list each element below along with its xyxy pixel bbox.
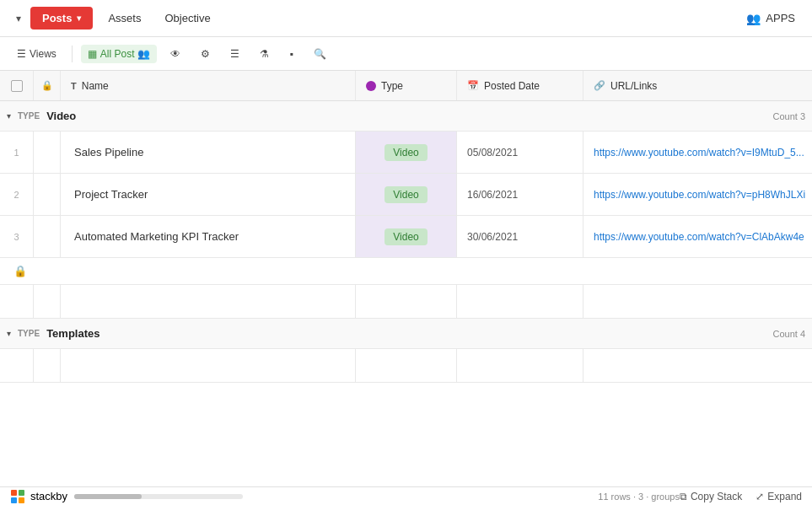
type-col-label: Type [381, 80, 403, 92]
link-icon: 🔗 [594, 80, 605, 91]
group-name-video: Video [46, 110, 76, 122]
apps-label: APPS [766, 12, 795, 24]
empty-t-check [0, 349, 34, 382]
header-type-col: Type [356, 71, 457, 100]
scrollbar-thumb [74, 494, 142, 499]
empty-col-url [583, 285, 812, 318]
row-num-2: 2 [0, 174, 34, 215]
all-post-label: All Post [100, 48, 135, 60]
gallery-button[interactable]: ▪ [282, 45, 299, 63]
group-header-video: ▾ TYPE Video Count 3 [0, 101, 812, 132]
tab-objective[interactable]: Objective [153, 7, 222, 30]
posts-chevron: ▾ [77, 13, 81, 23]
bottom-scrollbar[interactable] [67, 494, 598, 499]
row-name-text-3: Automated Marketing KPI Tracker [74, 230, 239, 243]
group-chevron-templates[interactable]: ▾ [7, 329, 11, 338]
empty-col-type [356, 285, 457, 318]
scrollbar-track [74, 494, 243, 499]
bottom-info: 11 rows · 3 · groups [598, 492, 680, 502]
table-header: 🔒 T Name Type 📅 Posted Date 🔗 URL/Links [0, 71, 812, 101]
top-nav: ▾ Posts ▾ Assets Objective 👥 APPS [0, 0, 812, 37]
table-row: 3 Automated Marketing KPI Tracker Video … [0, 216, 812, 258]
url-link-1[interactable]: https://www.youtube.com/watch?v=I9MtuD_5… [594, 147, 804, 158]
search-icon: 🔍 [314, 48, 326, 60]
text-type-icon: T [71, 81, 77, 91]
views-label: Views [30, 48, 56, 60]
row-num-3: 3 [0, 216, 34, 257]
group-count-templates: Count 4 [772, 329, 805, 339]
bottom-right: ⧉ Copy Stack ⤢ Expand [680, 491, 802, 502]
row-num-1: 1 [0, 132, 34, 173]
apps-button[interactable]: 👥 APPS [736, 7, 805, 30]
row-url-2: https://www.youtube.com/watch?v=pH8WhJLX… [583, 174, 812, 215]
table-body: ▾ TYPE Video Count 3 1 Sales Pipeline Vi… [0, 101, 812, 486]
empty-col-name [61, 285, 356, 318]
empty-t-type [356, 349, 457, 382]
views-button[interactable]: ☰ Views [10, 45, 63, 63]
row-name-text-2: Project Tracker [74, 188, 148, 201]
type-badge-1: Video [384, 144, 427, 161]
group-chevron-video[interactable]: ▾ [7, 111, 11, 121]
row-type-3: Video [356, 216, 457, 257]
expand-icon: ⤢ [756, 491, 764, 502]
copy-stack-label: Copy Stack [691, 491, 742, 502]
select-all-checkbox[interactable] [11, 80, 23, 92]
filter-button[interactable]: ⚗ [253, 45, 276, 63]
row-type-1: Video [356, 132, 457, 173]
row-posted-2: 16/06/2021 [457, 174, 583, 215]
tab-assets[interactable]: Assets [96, 7, 153, 30]
group-name-templates: Templates [46, 327, 99, 340]
row-posted-text-2: 16/06/2021 [467, 189, 518, 201]
row-name-3: Automated Marketing KPI Tracker [61, 216, 356, 257]
stackby-logo: stackby [10, 489, 67, 504]
row-name-1: Sales Pipeline [61, 132, 356, 173]
bottom-bar: stackby 11 rows · 3 · groups ⧉ Copy Stac… [0, 486, 812, 505]
row-name-text-1: Sales Pipeline [74, 146, 143, 158]
menu-icon: ☰ [17, 48, 26, 60]
header-lock-col: 🔒 [34, 71, 61, 100]
copy-stack-button[interactable]: ⧉ Copy Stack [680, 491, 742, 502]
table-container: 🔒 T Name Type 📅 Posted Date 🔗 URL/Links … [0, 71, 812, 486]
tab-posts[interactable]: Posts ▾ [30, 7, 93, 30]
row-posted-text-1: 05/08/2021 [467, 147, 518, 158]
empty-col-posted [457, 285, 583, 318]
type-badge-3: Video [384, 228, 427, 245]
filter-adjust-button[interactable]: ⚙ [194, 45, 217, 63]
row-url-3: https://www.youtube.com/watch?v=ClAbAkw4… [583, 216, 812, 257]
url-link-3[interactable]: https://www.youtube.com/watch?v=ClAbAkw4… [594, 231, 804, 243]
empty-row-templates [0, 349, 812, 383]
url-link-2[interactable]: https://www.youtube.com/watch?v=pH8WhJLX… [594, 189, 805, 201]
row-url-1: https://www.youtube.com/watch?v=I9MtuD_5… [583, 132, 812, 173]
row-posted-1: 05/08/2021 [457, 132, 583, 173]
toolbar: ☰ Views ▦ All Post 👥 👁 ⚙ ☰ ⚗ ▪ 🔍 [0, 37, 812, 71]
people-icon: 👥 [137, 48, 150, 60]
apps-icon: 👥 [746, 12, 761, 25]
nav-chevron[interactable]: ▾ [7, 7, 30, 30]
filter-icon: ⚗ [260, 48, 269, 60]
gallery-icon: ▪ [289, 48, 293, 60]
search-button[interactable]: 🔍 [307, 45, 333, 63]
eye-hide-button[interactable]: 👁 [164, 45, 187, 63]
empty-col-check [0, 285, 34, 318]
lock-row-icon: 🔒 [13, 265, 27, 277]
type-circle-icon [366, 81, 376, 91]
svg-rect-2 [11, 497, 17, 503]
all-post-button[interactable]: ▦ All Post 👥 [81, 45, 158, 63]
posted-col-label: Posted Date [484, 80, 540, 92]
column-adjust-button[interactable]: ☰ [223, 45, 246, 63]
group-count-video: Count 3 [772, 111, 805, 121]
row-posted-3: 30/06/2021 [457, 216, 583, 257]
group-type-label-templates: TYPE [18, 329, 40, 338]
empty-t-posted [457, 349, 583, 382]
calendar-icon: 📅 [467, 80, 479, 91]
svg-rect-1 [19, 490, 24, 496]
empty-t-lock [34, 349, 61, 382]
header-name-col: T Name [61, 71, 356, 100]
empty-t-name [61, 349, 356, 382]
columns-icon: ☰ [230, 48, 239, 60]
header-checkbox-col[interactable] [0, 71, 34, 100]
type-badge-2: Video [384, 186, 427, 203]
row-lock-3 [34, 216, 61, 257]
sliders-icon: ⚙ [201, 48, 210, 60]
expand-button[interactable]: ⤢ Expand [756, 491, 802, 502]
